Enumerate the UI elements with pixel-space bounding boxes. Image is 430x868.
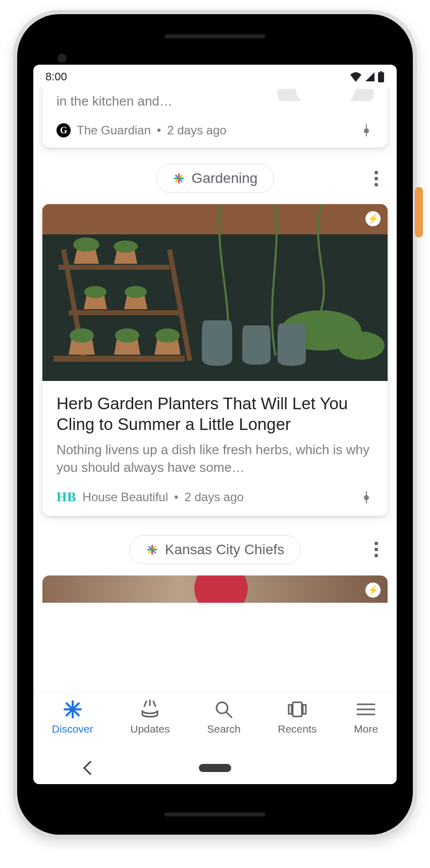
bottom-nav: Discover Updates Search [33, 691, 397, 752]
svg-point-9 [73, 237, 99, 252]
customize-control-icon[interactable] [359, 123, 373, 137]
svg-point-12 [125, 286, 147, 298]
svg-rect-1 [380, 71, 382, 73]
svg-rect-28 [289, 705, 292, 714]
phone-side-button [415, 187, 423, 237]
svg-point-13 [70, 328, 94, 343]
topic-label: Gardening [192, 170, 258, 186]
nav-recents[interactable]: Recents [278, 699, 316, 735]
article-snippet: Nothing livens up a dish like fresh herb… [57, 441, 373, 476]
nav-item-label: Search [207, 723, 241, 735]
nav-item-label: Recents [278, 723, 316, 735]
article-meta: HB House Beautiful • 2 days ago [57, 490, 373, 505]
svg-point-14 [115, 328, 139, 343]
source-name: The Guardian [77, 123, 151, 137]
article-age: 2 days ago [167, 123, 226, 137]
status-icons [349, 71, 385, 82]
article-body: Herb Garden Planters That Will Let You C… [42, 381, 388, 516]
svg-point-15 [155, 328, 180, 343]
topic-overflow-menu[interactable] [368, 539, 385, 560]
article-thumbnail [278, 89, 373, 101]
nav-discover[interactable]: Discover [52, 699, 93, 735]
phone-frame: 8:00 The River Cafe chef on his mentors … [13, 10, 417, 839]
svg-rect-4 [59, 265, 170, 270]
topic-chip-gardening[interactable]: Gardening [156, 164, 275, 193]
article-snippet: The River Cafe chef on his mentors in th… [57, 89, 268, 110]
google-spark-icon [173, 172, 185, 184]
svg-rect-0 [378, 72, 384, 82]
search-icon [213, 699, 234, 720]
topic-label: Kansas City Chiefs [165, 542, 285, 558]
back-button[interactable] [83, 761, 97, 775]
source-logo-guardian: G [57, 123, 71, 137]
svg-point-11 [84, 286, 106, 298]
battery-icon [378, 71, 385, 82]
phone-bezel: 8:00 The River Cafe chef on his mentors … [17, 14, 413, 835]
customize-control-icon[interactable] [359, 490, 373, 504]
home-pill[interactable] [199, 764, 231, 772]
status-bar: 8:00 [33, 65, 397, 89]
source-logo-housebeautiful: HB [57, 490, 77, 505]
svg-rect-2 [42, 204, 388, 234]
nav-more[interactable]: More [354, 699, 378, 735]
topic-overflow-menu[interactable] [368, 168, 385, 189]
article-card-prev[interactable]: The River Cafe chef on his mentors in th… [42, 89, 388, 148]
nav-search[interactable]: Search [207, 699, 241, 735]
google-spark-icon [146, 544, 158, 556]
article-card-next[interactable] [42, 575, 388, 603]
screen: 8:00 The River Cafe chef on his mentors … [33, 65, 397, 784]
more-icon [356, 699, 375, 720]
svg-line-22 [144, 701, 146, 706]
svg-point-25 [217, 702, 228, 713]
article-meta: G The Guardian • 2 days ago [57, 123, 373, 137]
recents-icon [286, 699, 308, 720]
nav-item-label: Discover [52, 723, 93, 735]
svg-line-26 [227, 712, 232, 717]
topic-row: Kansas City Chiefs [33, 530, 397, 575]
front-camera [58, 54, 67, 63]
svg-point-17 [338, 331, 385, 360]
feed[interactable]: The River Cafe chef on his mentors in th… [33, 89, 397, 691]
article-headline: Herb Garden Planters That Will Let You C… [57, 393, 373, 435]
article-card-main[interactable]: Herb Garden Planters That Will Let You C… [42, 204, 388, 516]
article-age: 2 days ago [184, 490, 243, 504]
svg-rect-27 [293, 702, 302, 716]
svg-rect-29 [303, 705, 306, 714]
source-name: House Beautiful [83, 490, 168, 504]
nav-item-label: Updates [130, 723, 170, 735]
android-nav-bar [33, 752, 397, 784]
svg-rect-5 [69, 310, 180, 315]
updates-icon [139, 699, 160, 720]
discover-icon [63, 699, 83, 720]
svg-rect-6 [53, 356, 185, 362]
topic-chip-chiefs[interactable]: Kansas City Chiefs [129, 535, 301, 564]
svg-line-24 [153, 701, 155, 706]
nav-item-label: More [354, 723, 378, 735]
wifi-icon [349, 72, 362, 82]
status-time: 8:00 [45, 70, 67, 83]
svg-point-10 [114, 240, 138, 253]
article-hero-image [42, 204, 388, 381]
topic-row: Gardening [33, 162, 397, 204]
cell-signal-icon [364, 72, 375, 82]
nav-updates[interactable]: Updates [130, 699, 170, 735]
